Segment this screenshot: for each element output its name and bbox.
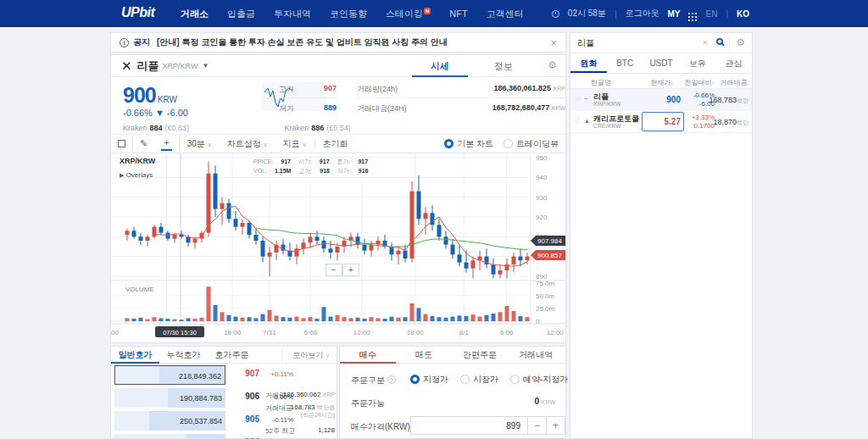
amount24-value: 168,782,680,477 KRW — [492, 103, 565, 112]
overlays-toggle[interactable]: ▶ Overlays — [120, 171, 153, 179]
lang-ko[interactable]: KO — [737, 9, 749, 19]
menu-investments[interactable]: 투자내역 — [274, 8, 311, 20]
reset-button[interactable]: 초기화 — [323, 138, 348, 150]
upbit-logo[interactable]: UPbit — [121, 5, 154, 20]
chart-settings-select[interactable]: 차트설정 ∨ — [227, 138, 268, 150]
tab-buy[interactable]: 매수 — [340, 347, 396, 364]
gear-icon[interactable]: ⚙ — [736, 36, 745, 48]
available-amount: 0 KRW — [534, 397, 555, 406]
order-type-row: 주문구분? — [351, 375, 396, 386]
svg-text:50.0m: 50.0m — [536, 292, 555, 300]
chevron-down-icon[interactable]: ▼ — [202, 62, 209, 69]
svg-text:930: 930 — [536, 194, 548, 202]
header-price[interactable]: 현재가↕ — [651, 78, 675, 87]
add-icon[interactable]: + — [161, 137, 171, 151]
coin-search: × ⚙ — [570, 33, 752, 53]
search-icon[interactable] — [716, 38, 723, 45]
tab-btc[interactable]: BTC — [607, 53, 643, 73]
menu-exchange[interactable]: 거래소 — [181, 8, 209, 20]
header-change[interactable]: 전일대비↕ — [685, 78, 715, 87]
svg-text:907.984: 907.984 — [537, 237, 562, 245]
tab-orderbook-general[interactable]: 일반호가 — [111, 347, 159, 364]
change-mark: ▲ — [584, 118, 590, 124]
coin-pair: XRP/KRW — [163, 62, 198, 70]
notice-title[interactable]: [안내] 특정 코인을 통한 투자 손실 보존 유도 및 업비트 임직원 사칭 … — [157, 36, 550, 48]
ask-row[interactable]: 218,849.362 907 +0.11% — [111, 364, 338, 386]
coin-row-xrp[interactable]: ☆ − 리플 XRP/KRW 900 -0.66%-6.00 168,783백만 — [570, 89, 752, 111]
tab-usdt[interactable]: USDT — [643, 53, 680, 73]
svg-text:920: 920 — [536, 214, 548, 221]
tab-orderbook-cumulative[interactable]: 누적호가 — [159, 347, 208, 364]
logout-link[interactable]: 로그아웃 — [625, 8, 659, 19]
zoom-out-button[interactable]: − — [326, 264, 342, 276]
high-value: 907 — [324, 84, 337, 92]
favorite-star-icon[interactable]: ☆ — [575, 117, 581, 125]
price-plus-button[interactable]: + — [546, 416, 565, 435]
tradingview-radio[interactable]: 트레이딩뷰 — [504, 138, 559, 150]
view-options-select[interactable]: 모아보기 ∨ — [281, 349, 330, 362]
price-chart[interactable]: 95094093092091090089075.0m50.0m25.0m0001… — [111, 153, 565, 344]
tab-favorites[interactable]: 관심 — [715, 53, 752, 73]
market-order-radio[interactable]: 시장가 — [460, 374, 498, 386]
notice-bar[interactable]: i 공지 [안내] 특정 코인을 통한 투자 손실 보존 유도 및 업비트 임직… — [110, 32, 566, 53]
volume24-label: 거래량(24h) — [357, 85, 398, 93]
ask-size-cell[interactable]: 250,537.854 — [114, 411, 225, 431]
my-link[interactable]: MY — [667, 9, 680, 19]
price-minus-button[interactable]: − — [527, 416, 547, 435]
lang-en[interactable]: EN — [705, 9, 717, 19]
tab-market-price[interactable]: 시세 — [412, 55, 468, 77]
basic-chart-radio[interactable]: 기본 차트 — [444, 138, 493, 150]
clock-icon — [552, 10, 559, 18]
favorite-star-icon[interactable]: ☆ — [575, 95, 581, 103]
buy-price-input[interactable] — [410, 416, 528, 435]
kraken-reference-prices: Kraken884(€0.63) Kraken886(£0.54) — [123, 124, 351, 132]
change-mark: − — [584, 96, 587, 102]
indicator-select[interactable]: 지표 ∨ — [283, 138, 307, 150]
tab-holdings[interactable]: 보유 — [679, 53, 715, 73]
svg-text:900.857: 900.857 — [537, 252, 562, 259]
svg-text:940: 940 — [536, 174, 548, 181]
limit-order-radio[interactable]: 지정가 — [410, 374, 448, 386]
xrp-logo-icon: ✕ — [121, 58, 132, 74]
info-icon: i — [120, 38, 129, 47]
menu-support[interactable]: 고객센터 — [487, 8, 524, 20]
tab-sell[interactable]: 매도 — [396, 347, 452, 364]
current-price: 900KRW — [123, 83, 177, 108]
order-type-radios: 지정가 시장가 예약-지정가 — [410, 374, 580, 386]
help-icon[interactable]: ? — [387, 375, 396, 384]
candlestick-chart[interactable]: 95094093092091090089075.0m50.0m25.0m0001… — [111, 153, 565, 344]
gear-icon[interactable]: ⚙ — [548, 59, 557, 71]
zoom-in-button[interactable]: + — [342, 264, 359, 276]
ask-size-cell[interactable]: 190,884.783 — [114, 388, 225, 408]
ask-size-cell[interactable]: 130,943.005 — [114, 434, 225, 439]
search-input[interactable] — [570, 33, 706, 53]
tab-trade-history[interactable]: 거래내역 — [508, 347, 564, 364]
tab-easy-order[interactable]: 간편주문 — [452, 347, 508, 364]
menu-deposit[interactable]: 입출금 — [227, 8, 255, 20]
header-name[interactable]: 한글명↕ — [591, 78, 615, 87]
header-value[interactable]: 거래대금↕ — [721, 78, 751, 87]
svg-text:8/1: 8/1 — [459, 329, 470, 336]
svg-text:12:00: 12:00 — [547, 329, 565, 336]
tab-coin-info[interactable]: 정보 — [476, 55, 531, 77]
draw-pencil-icon[interactable]: ✎ — [140, 138, 147, 149]
volume-pane-title: VOLUME — [125, 286, 154, 293]
apps-grid-icon[interactable] — [688, 13, 690, 14]
clear-search-icon[interactable]: × — [703, 37, 708, 47]
ask-size-cell[interactable]: 218,849.362 — [114, 365, 225, 385]
tab-orderbook-order[interactable]: 호가주문 — [208, 347, 256, 364]
close-icon[interactable]: × — [550, 36, 557, 49]
fullscreen-icon[interactable] — [118, 139, 125, 149]
notice-label: 공지 — [133, 36, 150, 48]
menu-coin-trends[interactable]: 코인동향 — [330, 8, 367, 20]
reserve-order-radio[interactable]: 예약-지정가 — [510, 374, 568, 386]
top-navbar: UPbit 거래소 입출금 투자내역 코인동향 스테이킹N NFT 고객센터 0… — [0, 0, 868, 27]
coin-row-cre[interactable]: ☆ ▲ 캐리프로토콜 CRE/KRW 5.27 +3.33%0.1700 18,… — [570, 111, 752, 133]
svg-text:18:00: 18:00 — [407, 329, 425, 336]
tab-krw[interactable]: 원화 — [570, 53, 607, 73]
menu-staking[interactable]: 스테이킹N — [386, 8, 431, 20]
menu-nft[interactable]: NFT — [449, 8, 467, 19]
coin-list-header: 한글명↕ 현재가↕ 전일대비↕ 거래대금↕ — [570, 74, 752, 89]
svg-text:950: 950 — [536, 154, 548, 162]
interval-select[interactable]: 30분 ∨ — [187, 138, 212, 150]
